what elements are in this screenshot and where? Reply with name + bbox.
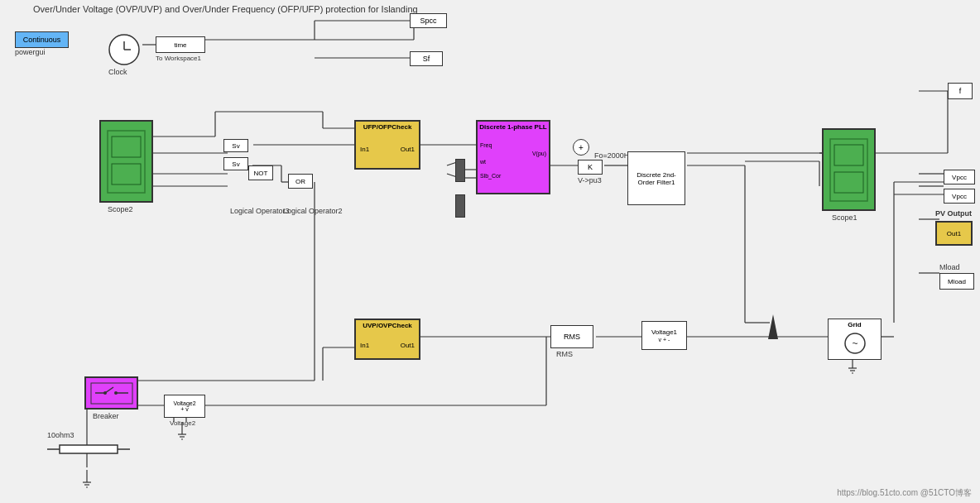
svg-rect-77 (834, 145, 863, 165)
pll-output-port: V(pu) (532, 151, 546, 156)
connection-lines (0, 0, 980, 503)
svg-text:~: ~ (852, 338, 858, 349)
svg-rect-86 (60, 445, 118, 453)
k-block: K (578, 160, 603, 175)
merge-arrow (768, 314, 778, 339)
or-block: OR (288, 174, 313, 189)
grid-label: Grid (829, 321, 881, 328)
scope1-block (822, 128, 876, 211)
not-block: NOT (248, 165, 273, 180)
clock-label: Clock (108, 68, 127, 76)
breaker-block (84, 376, 138, 410)
sf-block: Sf (410, 51, 443, 66)
mload-block: Mload (939, 273, 974, 290)
uvp-output-label: Out1 (401, 342, 415, 349)
pll-label: Discrete 1-phase PLL (479, 123, 546, 131)
resistor-block (47, 441, 130, 459)
pll-wt-port: wt (480, 159, 486, 165)
svg-point-83 (103, 391, 107, 395)
voltage2-label: Voltage2 + v (173, 400, 195, 412)
voltage1-label: Voltage1 v + - (651, 328, 677, 343)
uvp-ovp-check-block: UVP/OVPCheck In1 Out1 (354, 319, 420, 360)
svg-rect-72 (112, 137, 141, 157)
svg-point-84 (114, 391, 118, 395)
grid-block: Grid ~ (828, 319, 882, 360)
pll-freq-port: Freq (480, 142, 492, 148)
ufp-input-label: In1 (360, 146, 369, 153)
svg-rect-76 (830, 139, 867, 201)
svg-rect-78 (834, 172, 863, 193)
scope1-label: Scope1 (832, 213, 858, 222)
voltage2-label-text: Voltage2 (170, 419, 195, 427)
clock-block (108, 33, 141, 66)
vpu3-label: V->pu3 (578, 176, 602, 184)
mux1-block (455, 159, 465, 182)
rms-label: RMS (556, 350, 573, 358)
discrete-pll-block: Discrete 1-phase PLL Freq wt Slb_Cor V(p… (476, 120, 550, 194)
discrete-filter-block: Discrete 2nd-Order Filter1 (627, 151, 685, 205)
simulink-canvas: Over/Under Voltage (OVP/UVP) and Over/Un… (0, 0, 980, 503)
vpcc2-block: Vpcc (944, 189, 975, 204)
continuous-block: Continuous (15, 31, 69, 48)
uvp-input-label: In1 (360, 342, 369, 349)
scope2-block (99, 120, 153, 203)
voltage2-block: Voltage2 + v (164, 395, 205, 418)
pll-slb-port: Slb_Cor (480, 173, 501, 179)
uvp-title: UVP/OVPCheck (356, 322, 419, 329)
pv-output-label: PV Output (935, 209, 972, 218)
resistor-label: 10ohm3 (47, 431, 74, 439)
to-workspace-label: To Workspace1 (156, 55, 201, 62)
sv1-block: Sv (223, 139, 248, 152)
logical-op3-label: Logical Operator3 (230, 207, 280, 215)
watermark: https://blog.51cto.com @51CTO博客 (837, 487, 972, 499)
ufp-ofp-check-block: UFP/OFPCheck In1 Out1 (354, 120, 420, 170)
sv2-block: Sv (223, 157, 248, 170)
mload-label: Mload (939, 263, 960, 271)
diagram-title: Over/Under Voltage (OVP/UVP) and Over/Un… (33, 4, 418, 14)
spcc-block: Spcc (410, 13, 447, 28)
svg-rect-71 (108, 131, 145, 193)
ufp-output-label: Out1 (401, 146, 415, 153)
filter-label: Discrete 2nd-Order Filter1 (628, 171, 685, 186)
pv-output-block: Out1 (935, 221, 973, 246)
ufp-title: UFP/OFPCheck (356, 123, 419, 131)
f-block: f (948, 83, 973, 99)
svg-rect-73 (112, 164, 141, 184)
logical-op2-label: Logical Operator2 (283, 207, 333, 215)
breaker-label: Breaker (93, 412, 119, 420)
scope2-label: Scope2 (108, 205, 133, 213)
sum-circle: + (573, 139, 589, 156)
to-workspace-block: time (156, 36, 205, 53)
mux2-block (455, 194, 465, 218)
voltage1-block: Voltage1 v + - (641, 321, 687, 350)
rms-block: RMS (550, 325, 593, 348)
powergui-label: powergui (15, 48, 46, 56)
vpcc1-block: Vpcc (944, 170, 975, 184)
